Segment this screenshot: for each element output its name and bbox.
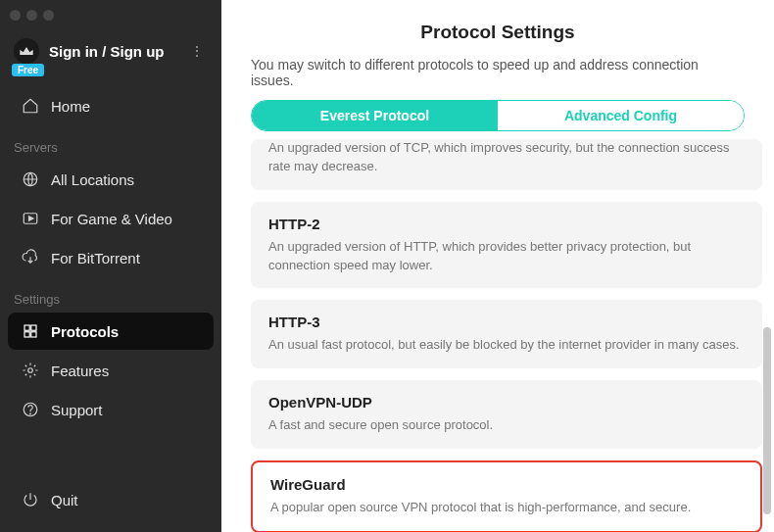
min-dot[interactable] (26, 10, 37, 21)
protocol-desc: An upgraded version of HTTP, which provi… (268, 238, 745, 275)
power-icon (22, 491, 39, 508)
sidebar-item-quit[interactable]: Quit (8, 481, 214, 518)
svg-point-8 (30, 413, 31, 414)
sidebar-item-bittorrent[interactable]: For BitTorrent (8, 239, 214, 276)
sidebar-item-support[interactable]: Support (8, 391, 214, 428)
sidebar-item-game-video[interactable]: For Game & Video (8, 200, 214, 237)
sidebar-item-label: For BitTorrent (51, 250, 140, 266)
globe-icon (22, 170, 39, 188)
protocol-list[interactable]: An upgraded version of TCP, which improv… (221, 139, 768, 532)
svg-point-6 (28, 368, 33, 373)
sidebar-item-protocols[interactable]: Protocols (8, 313, 214, 350)
sidebar-item-label: Protocols (51, 323, 119, 340)
help-icon (22, 401, 39, 418)
tab-everest[interactable]: Everest Protocol (252, 101, 498, 130)
gear-icon (22, 362, 39, 379)
protocol-name: WireGuard (270, 476, 743, 493)
protocol-desc: An upgraded version of TCP, which improv… (268, 139, 745, 176)
sidebar-item-label: Support (51, 402, 103, 418)
svg-rect-2 (24, 325, 29, 330)
scrollbar-track[interactable] (763, 132, 771, 522)
user-row[interactable]: Sign in / Sign up ⋮ Free (0, 30, 221, 68)
signin-label: Sign in / Sign up (49, 43, 176, 60)
home-icon (22, 97, 39, 115)
page-subtitle: You may switch to different protocols to… (221, 57, 774, 100)
svg-rect-5 (31, 332, 36, 337)
protocols-icon (22, 322, 39, 340)
sidebar-item-home[interactable]: Home (8, 87, 214, 124)
protocol-name: OpenVPN-UDP (268, 394, 745, 411)
max-dot[interactable] (43, 10, 54, 21)
plan-badge: Free (12, 64, 44, 76)
scrollbar-thumb[interactable] (763, 327, 771, 514)
sidebar: Sign in / Sign up ⋮ Free Home Servers Al… (0, 0, 221, 532)
tab-group: Everest Protocol Advanced Config (251, 100, 745, 131)
sidebar-item-label: For Game & Video (51, 211, 172, 227)
sidebar-item-label: Features (51, 363, 109, 379)
play-icon (22, 210, 39, 227)
download-cloud-icon (22, 249, 39, 266)
protocol-desc: A fast and secure open source protocol. (268, 416, 745, 435)
page-title: Protocol Settings (221, 0, 774, 57)
svg-rect-3 (31, 325, 36, 330)
sidebar-item-features[interactable]: Features (8, 352, 214, 389)
protocol-card-http3[interactable]: HTTP-3 An usual fast protocol, but easil… (251, 300, 762, 368)
section-settings: Settings (0, 278, 221, 311)
protocol-card-wireguard[interactable]: WireGuard A popular open source VPN prot… (251, 460, 762, 532)
section-servers: Servers (0, 126, 221, 159)
protocol-desc: A popular open source VPN protocol that … (270, 499, 743, 517)
tab-advanced[interactable]: Advanced Config (498, 101, 744, 130)
window-controls (0, 0, 221, 30)
sidebar-item-label: All Locations (51, 171, 134, 188)
main-panel: Protocol Settings You may switch to diff… (221, 0, 774, 532)
more-icon[interactable]: ⋮ (186, 39, 208, 63)
sidebar-item-label: Home (51, 98, 90, 115)
sidebar-item-label: Quit (51, 492, 78, 508)
avatar (14, 38, 39, 64)
protocol-card-openvpn[interactable]: OpenVPN-UDP A fast and secure open sourc… (251, 380, 762, 449)
close-dot[interactable] (10, 10, 21, 21)
protocol-card[interactable]: An upgraded version of TCP, which improv… (251, 139, 762, 190)
protocol-name: HTTP-3 (268, 314, 745, 330)
protocol-name: HTTP-2 (268, 216, 745, 232)
svg-rect-4 (24, 332, 29, 337)
protocol-card-http2[interactable]: HTTP-2 An upgraded version of HTTP, whic… (251, 202, 762, 289)
protocol-desc: An usual fast protocol, but easily be bl… (268, 336, 745, 355)
sidebar-item-all-locations[interactable]: All Locations (8, 161, 214, 198)
